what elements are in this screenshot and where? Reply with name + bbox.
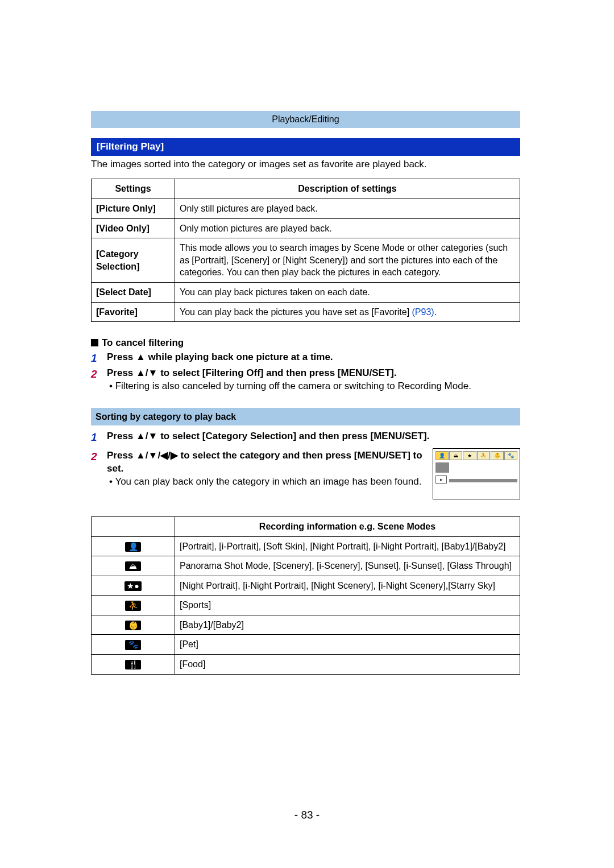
- setting-name: [Picture Only]: [92, 199, 175, 219]
- page-number: - 83 -: [0, 808, 614, 822]
- step-note: • Filtering is also canceled by turning …: [107, 380, 520, 393]
- setting-desc: Only motion pictures are played back.: [175, 218, 520, 238]
- night-scenery-icon: ★●: [125, 581, 141, 591]
- table-row: ⛹ [Sports]: [92, 596, 520, 615]
- col-recording-info: Recording information e.g. Scene Modes: [175, 516, 520, 536]
- desc-post: .: [434, 307, 437, 317]
- bullet-square-icon: [91, 339, 98, 346]
- intro-text: The images sorted into the category or i…: [91, 158, 520, 171]
- icon-cell: 🍴: [92, 655, 175, 675]
- table-row: [Picture Only] Only still pictures are p…: [92, 199, 520, 219]
- rec-desc: [Food]: [175, 655, 520, 675]
- note-text: You can play back only the category in w…: [115, 476, 421, 487]
- recording-info-table: Recording information e.g. Scene Modes 👤…: [91, 516, 520, 675]
- setting-name: [Favorite]: [92, 302, 175, 322]
- step-row: 2 Press ▲/▼/◀/▶ to select the category a…: [91, 448, 520, 499]
- pet-icon: 🐾: [125, 640, 141, 650]
- document-page: Playback/Editing [Filtering Play] The im…: [0, 0, 614, 868]
- rec-desc: [Sports]: [175, 596, 520, 615]
- camera-icon: ▸: [435, 475, 447, 484]
- step2-text: Press ▲/▼/◀/▶ to select the category and…: [107, 450, 422, 474]
- table-row: 👶 [Baby1]/[Baby2]: [92, 615, 520, 635]
- food-icon: 🍴: [125, 660, 141, 669]
- page-link[interactable]: (P93): [412, 307, 434, 317]
- step-text: Press ▲/▼ to select [Filtering Off] and …: [107, 367, 520, 393]
- sports-icon: ⛹: [125, 601, 141, 610]
- icon-cell: 👤: [92, 536, 175, 556]
- section-title: [Filtering Play]: [91, 138, 520, 156]
- tab-night-icon: ★: [463, 451, 476, 460]
- note-text: Filtering is also canceled by turning of…: [115, 381, 471, 391]
- cancel-heading: To cancel filtering: [91, 337, 520, 350]
- table-row: [Category Selection] This mode allows yo…: [92, 238, 520, 283]
- tab-baby-icon: 👶: [491, 451, 504, 460]
- table-row: 👤 [Portrait], [i-Portrait], [Soft Skin],…: [92, 536, 520, 556]
- step-number-2: 2: [91, 367, 107, 393]
- table-row: ⛰ Panorama Shot Mode, [Scenery], [i-Scen…: [92, 556, 520, 576]
- scenery-icon: ⛰: [125, 561, 141, 571]
- step2-text: Press ▲/▼ to select [Filtering Off] and …: [107, 367, 397, 378]
- thumbnail-preview-icon: [435, 462, 449, 473]
- table-row: ★● [Night Portrait], [i-Night Portrait],…: [92, 576, 520, 596]
- icon-cell: 👶: [92, 615, 175, 635]
- setting-desc: This mode allows you to search images by…: [175, 238, 520, 283]
- setting-desc: You can play back pictures taken on each…: [175, 283, 520, 303]
- empty-header-cell: [92, 516, 175, 536]
- rec-desc: Panorama Shot Mode, [Scenery], [i-Scener…: [175, 556, 520, 576]
- table-row: [Select Date] You can play back pictures…: [92, 283, 520, 303]
- table-header-row: Recording information e.g. Scene Modes: [92, 516, 520, 536]
- step-number-1: 1: [91, 430, 107, 445]
- desc-pre: You can play back the pictures you have …: [180, 307, 412, 317]
- settings-table: Settings Description of settings [Pictur…: [91, 179, 520, 322]
- step-row: 2 Press ▲/▼ to select [Filtering Off] an…: [91, 367, 520, 393]
- rec-desc: [Baby1]/[Baby2]: [175, 615, 520, 635]
- rec-desc: [Pet]: [175, 635, 520, 655]
- col-description: Description of settings: [175, 179, 520, 199]
- step-note: • You can play back only the category in…: [107, 476, 426, 489]
- setting-name: [Select Date]: [92, 283, 175, 303]
- step-number-2: 2: [91, 449, 107, 489]
- baby-icon: 👶: [125, 621, 141, 630]
- icon-cell: 🐾: [92, 635, 175, 655]
- category-screen-thumbnail: 👤 ⛰ ★ ⛹ 👶 🐾 ▸: [433, 448, 520, 499]
- table-header-row: Settings Description of settings: [92, 179, 520, 199]
- table-row: [Favorite] You can play back the picture…: [92, 302, 520, 322]
- col-settings: Settings: [92, 179, 175, 199]
- step-row: 1 Press ▲ while playing back one picture…: [91, 351, 520, 366]
- cancel-heading-text: To cancel filtering: [102, 337, 184, 348]
- tab-pet-icon: 🐾: [504, 451, 517, 460]
- thumbnail-tabs: 👤 ⛰ ★ ⛹ 👶 🐾: [435, 451, 517, 460]
- rec-desc: [Portrait], [i-Portrait], [Soft Skin], […: [175, 536, 520, 556]
- step-text: Press ▲ while playing back one picture a…: [107, 351, 520, 366]
- table-row: 🍴 [Food]: [92, 655, 520, 675]
- setting-desc: Only still pictures are played back.: [175, 199, 520, 219]
- tab-portrait-icon: 👤: [435, 451, 449, 460]
- step-text: Press ▲/▼ to select [Category Selection]…: [107, 430, 520, 445]
- setting-name: [Category Selection]: [92, 238, 175, 283]
- icon-cell: ⛹: [92, 596, 175, 615]
- setting-name: [Video Only]: [92, 218, 175, 238]
- tab-sports-icon: ⛹: [477, 451, 490, 460]
- table-row: [Video Only] Only motion pictures are pl…: [92, 218, 520, 238]
- scrollbar-icon: [449, 479, 517, 482]
- icon-cell: ⛰: [92, 556, 175, 576]
- setting-desc: You can play back the pictures you have …: [175, 302, 520, 322]
- icon-cell: ★●: [92, 576, 175, 596]
- rec-desc: [Night Portrait], [i-Night Portrait], [N…: [175, 576, 520, 596]
- step-text: Press ▲/▼/◀/▶ to select the category and…: [107, 449, 426, 489]
- portrait-icon: 👤: [125, 542, 141, 552]
- sort-heading: Sorting by category to play back: [91, 408, 520, 426]
- breadcrumb: Playback/Editing: [91, 111, 520, 128]
- step-number-1: 1: [91, 351, 107, 366]
- tab-scenery-icon: ⛰: [449, 451, 462, 460]
- table-row: 🐾 [Pet]: [92, 635, 520, 655]
- step-row: 1 Press ▲/▼ to select [Category Selectio…: [91, 430, 520, 445]
